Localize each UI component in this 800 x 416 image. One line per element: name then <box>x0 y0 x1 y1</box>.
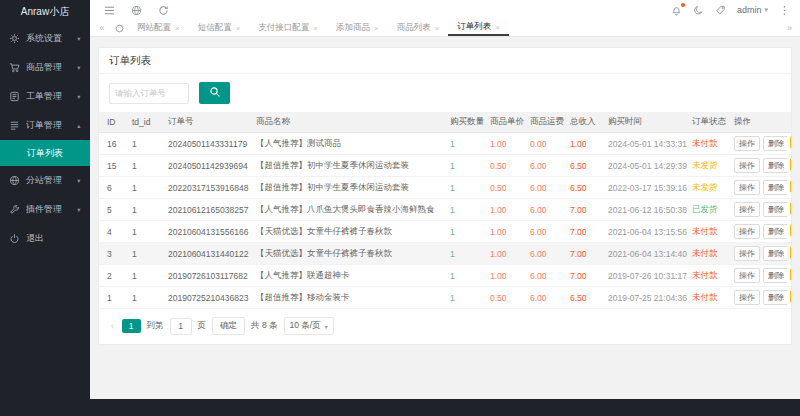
tab-支付接口配置[interactable]: 支付接口配置 × <box>249 20 327 36</box>
cell-cutoff <box>787 155 792 177</box>
sidebar-item-商品管理[interactable]: 商品管理 ▾ <box>0 53 90 82</box>
cutoff-orange-button[interactable] <box>790 290 792 303</box>
order-search-input[interactable] <box>109 83 189 104</box>
moon-icon[interactable] <box>693 5 704 16</box>
sidebar: Anraw小店 系统设置 ▾ 商品管理 ▾ 工单管理 ▾ 订单管理 ▴ 订单列表… <box>0 0 90 416</box>
page-prev-icon[interactable]: ‹ <box>109 321 116 331</box>
tab-close-icon[interactable]: × <box>435 24 440 33</box>
cutoff-orange-button[interactable] <box>790 136 792 149</box>
sidebar-item-分站管理[interactable]: 分站管理 ▾ <box>0 166 90 195</box>
cell-freight: 6.00 <box>527 243 567 265</box>
tabs-scroll-left[interactable]: « <box>94 20 110 36</box>
cell-price: 1.00 <box>487 133 527 155</box>
row-operate-button[interactable]: 操作 <box>734 224 760 239</box>
cutoff-orange-button[interactable] <box>790 224 792 237</box>
more-icon[interactable] <box>779 5 790 16</box>
cutoff-orange-button[interactable] <box>790 268 792 281</box>
cell-actions: 操作删除 <box>731 199 787 221</box>
search-button[interactable] <box>199 82 230 104</box>
sidebar-item-label: 商品管理 <box>26 61 77 74</box>
tag-icon[interactable] <box>715 5 726 16</box>
sidebar-item-插件管理[interactable]: 插件管理 ▾ <box>0 195 90 224</box>
tab-网站配置[interactable]: 网站配置 × <box>128 20 189 36</box>
cell-id: 6 <box>99 177 129 199</box>
tab-close-icon[interactable]: × <box>374 24 379 33</box>
cell-qty: 1 <box>447 177 487 199</box>
sidebar-subitem-order-list[interactable]: 订单列表 <box>0 140 90 166</box>
cell-order-no: 20240501143331179 <box>165 133 253 155</box>
row-delete-button[interactable]: 删除 <box>763 290 787 305</box>
tab-close-icon[interactable]: × <box>175 24 180 33</box>
row-delete-button[interactable]: 删除 <box>763 202 787 217</box>
tab-close-icon[interactable]: × <box>495 23 500 32</box>
table-row[interactable]: 1 1 20190725210436823 【超值推荐】移动金装卡 1 0.50… <box>99 287 792 309</box>
user-menu[interactable]: admin ▾ <box>737 5 768 15</box>
row-delete-button[interactable]: 删除 <box>763 224 787 239</box>
page-jump-input[interactable] <box>170 318 192 335</box>
sidebar-item-工单管理[interactable]: 工单管理 ▾ <box>0 82 90 111</box>
row-operate-button[interactable]: 操作 <box>734 268 760 283</box>
tab-订单列表[interactable]: 订单列表 × <box>448 20 509 36</box>
cell-total: 6.50 <box>567 177 605 199</box>
cell-actions: 操作删除 <box>731 133 787 155</box>
table-row[interactable]: 2 1 20190726103117682 【人气推荐】联通超神卡 1 1.00… <box>99 265 792 287</box>
sidebar-item-退出[interactable]: 退出 <box>0 224 90 253</box>
cutoff-orange-button[interactable] <box>790 202 792 215</box>
tab-添加商品[interactable]: 添加商品 × <box>327 20 388 36</box>
cutoff-orange-button[interactable] <box>790 180 792 193</box>
table-row[interactable]: 3 1 20210604131440122 【天猫优选】女童牛仔裤裤子春秋款 1… <box>99 243 792 265</box>
column-header: 总收入 <box>567 112 605 133</box>
home-tab-icon[interactable] <box>110 20 128 36</box>
cell-actions: 操作删除 <box>731 177 787 199</box>
page-size-select[interactable]: 10 条/页 ▾ <box>284 317 334 335</box>
tab-短信配置[interactable]: 短信配置 × <box>189 20 250 36</box>
status-badge: 未付款 <box>689 265 731 287</box>
row-operate-button[interactable]: 操作 <box>734 136 760 151</box>
jump-prefix-label: 到第 <box>147 320 164 332</box>
cell-id: 2 <box>99 265 129 287</box>
cell-total: 1.00 <box>567 133 605 155</box>
row-delete-button[interactable]: 删除 <box>763 136 787 151</box>
column-header: 订单号 <box>165 112 253 133</box>
tab-close-icon[interactable]: × <box>313 24 318 33</box>
table-row[interactable]: 16 1 20240501143331179 【人气推荐】测试商品 1 1.00… <box>99 133 792 155</box>
cutoff-orange-button[interactable] <box>790 246 792 259</box>
row-operate-button[interactable]: 操作 <box>734 290 760 305</box>
row-delete-button[interactable]: 删除 <box>763 268 787 283</box>
table-row[interactable]: 4 1 20210604131556166 【天猫优选】女童牛仔裤裤子春秋款 1… <box>99 221 792 243</box>
sidebar-item-系统设置[interactable]: 系统设置 ▾ <box>0 24 90 53</box>
row-operate-button[interactable]: 操作 <box>734 180 760 195</box>
menu-icon[interactable] <box>104 5 115 16</box>
refresh-icon[interactable] <box>158 5 169 16</box>
table-row[interactable]: 6 1 20220317153916848 【超值推荐】初中学生夏季休闲运动套装… <box>99 177 792 199</box>
row-operate-button[interactable]: 操作 <box>734 202 760 217</box>
bell-icon[interactable] <box>671 5 682 16</box>
page-confirm-button[interactable]: 确定 <box>212 317 245 335</box>
cell-qty: 1 <box>447 221 487 243</box>
column-header: 购买时间 <box>605 112 689 133</box>
pagination: ‹ 1 到第 页 确定 共 8 条 10 条/页 ▾ <box>99 309 791 344</box>
row-operate-button[interactable]: 操作 <box>734 246 760 261</box>
column-header: 商品运费 <box>527 112 567 133</box>
sidebar-item-label: 退出 <box>26 232 81 245</box>
table-row[interactable]: 15 1 20240501142939694 【超值推荐】初中学生夏季休闲运动套… <box>99 155 792 177</box>
row-delete-button[interactable]: 删除 <box>763 158 787 173</box>
row-delete-button[interactable]: 删除 <box>763 180 787 195</box>
table-row[interactable]: 5 1 20210612165038257 【人气推荐】八爪鱼大煲头即食香辣小海… <box>99 199 792 221</box>
tabs-scroll-right[interactable]: » <box>784 20 795 36</box>
cell-td-id: 1 <box>129 177 165 199</box>
cell-actions: 操作删除 <box>731 221 787 243</box>
page-number-1[interactable]: 1 <box>122 319 141 333</box>
page-title: 订单列表 <box>99 48 791 74</box>
cutoff-orange-button[interactable] <box>790 158 792 171</box>
row-delete-button[interactable]: 删除 <box>763 246 787 261</box>
tab-close-icon[interactable]: × <box>236 24 241 33</box>
wrench-icon <box>9 204 22 215</box>
sidebar-item-订单管理[interactable]: 订单管理 ▴ <box>0 111 90 140</box>
cell-id: 5 <box>99 199 129 221</box>
chevron-icon: ▴ <box>78 122 81 129</box>
tab-商品列表[interactable]: 商品列表 × <box>388 20 449 36</box>
sidebar-item-label: 系统设置 <box>26 32 77 45</box>
globe-icon[interactable] <box>131 5 142 16</box>
row-operate-button[interactable]: 操作 <box>734 158 760 173</box>
